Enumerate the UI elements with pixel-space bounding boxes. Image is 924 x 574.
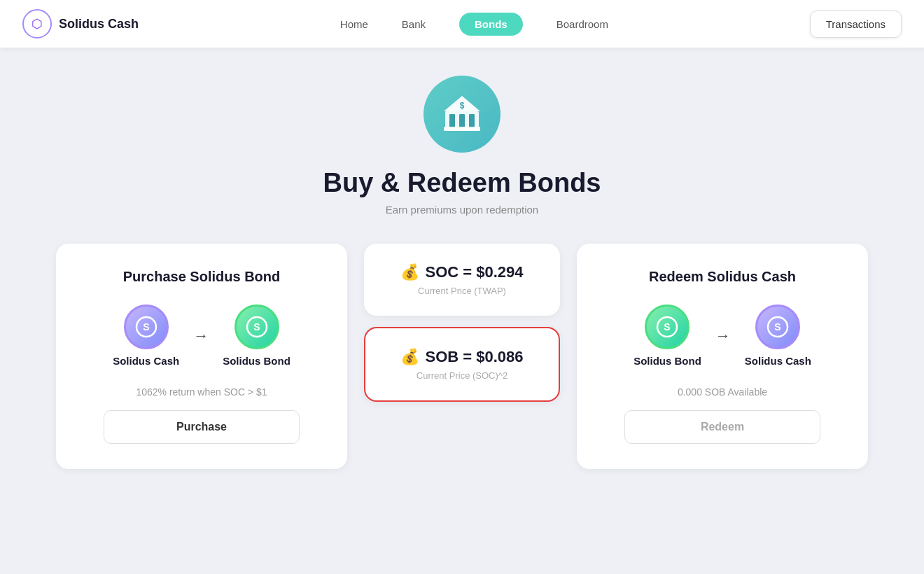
sob-left-icon: S [645, 304, 690, 349]
purchase-info: 1062% return when SOC > $1 [136, 386, 267, 398]
soc-price-label: Current Price (TWAP) [418, 286, 506, 296]
soc-icon: S [124, 304, 169, 349]
hero-section: $ Buy & Redeem Bonds Earn premiums upon … [323, 76, 601, 216]
redeem-button[interactable]: Redeem [624, 410, 820, 444]
svg-text:$: $ [460, 101, 465, 111]
nav-bonds[interactable]: Bonds [459, 13, 523, 36]
purchase-card-title: Purchase Solidus Bond [123, 269, 280, 285]
cards-row: Purchase Solidus Bond S Solidus Cash → [56, 244, 868, 469]
center-column: 💰 SOC = $0.294 Current Price (TWAP) 💰 SO… [364, 244, 560, 402]
hero-title: Buy & Redeem Bonds [323, 168, 601, 198]
svg-text:S: S [253, 321, 260, 332]
purchase-from-token: S Solidus Cash [113, 304, 179, 367]
transactions-button[interactable]: Transactions [810, 10, 902, 38]
logo: ⬡ Solidus Cash [22, 9, 139, 38]
purchase-button[interactable]: Purchase [104, 410, 300, 444]
redeem-from-label: Solidus Bond [634, 355, 701, 367]
purchase-card: Purchase Solidus Bond S Solidus Cash → [56, 244, 347, 469]
bank-icon-wrap: $ [424, 76, 500, 153]
soc-price-card: 💰 SOC = $0.294 Current Price (TWAP) [364, 244, 560, 316]
nav-home[interactable]: Home [340, 18, 368, 30]
hero-subtitle: Earn premiums upon redemption [386, 204, 538, 216]
sob-icon: S [234, 304, 279, 349]
sob-price-card: 💰 SOB = $0.086 Current Price (SOC)^2 [364, 327, 560, 402]
redeem-arrow-icon: → [715, 327, 731, 345]
svg-rect-4 [444, 127, 480, 131]
redeem-card-title: Redeem Solidus Cash [649, 269, 796, 285]
svg-rect-3 [469, 114, 475, 128]
sob-left-symbol: S [656, 316, 678, 338]
purchase-to-label: Solidus Bond [223, 355, 290, 367]
arrow-right-icon: → [193, 327, 209, 345]
sob-price-text: SOB = $0.086 [425, 348, 523, 366]
sob-symbol: S [246, 316, 268, 338]
soc-coin-emoji: 💰 [400, 263, 419, 281]
svg-text:S: S [664, 321, 671, 332]
sob-coin-emoji: 💰 [400, 348, 419, 366]
main-content: $ Buy & Redeem Bonds Earn premiums upon … [0, 48, 924, 511]
nav-links: Home Bank Bonds Boardroom [340, 13, 608, 36]
nav-bank[interactable]: Bank [402, 18, 426, 30]
soc-symbol: S [135, 316, 158, 338]
logo-text: Solidus Cash [59, 17, 139, 31]
soc-right-symbol: S [766, 316, 789, 338]
svg-rect-1 [449, 114, 455, 128]
redeem-from-token: S Solidus Bond [634, 304, 701, 367]
svg-rect-2 [459, 114, 465, 128]
soc-price-value: 💰 SOC = $0.294 [400, 263, 523, 281]
logo-icon: ⬡ [22, 9, 52, 38]
redeem-info: 0.000 SOB Available [678, 386, 767, 398]
redeem-to-label: Solidus Cash [745, 355, 811, 367]
purchase-token-row: S Solidus Cash → S Solidus Bond [113, 304, 290, 367]
svg-text:S: S [775, 321, 781, 332]
sob-price-label: Current Price (SOC)^2 [416, 370, 507, 381]
purchase-from-label: Solidus Cash [113, 355, 179, 367]
redeem-token-row: S Solidus Bond → S Solidus Cash [634, 304, 811, 367]
redeem-card: Redeem Solidus Cash S Solidus Bond → [577, 244, 868, 469]
redeem-to-token: S Solidus Cash [745, 304, 811, 367]
bank-icon: $ [440, 92, 484, 136]
purchase-to-token: S Solidus Bond [223, 304, 290, 367]
soc-right-icon: S [755, 304, 800, 349]
nav-boardroom[interactable]: Boardroom [556, 18, 608, 30]
sob-price-value: 💰 SOB = $0.086 [400, 348, 523, 366]
svg-text:S: S [143, 321, 149, 332]
soc-price-text: SOC = $0.294 [425, 263, 523, 281]
